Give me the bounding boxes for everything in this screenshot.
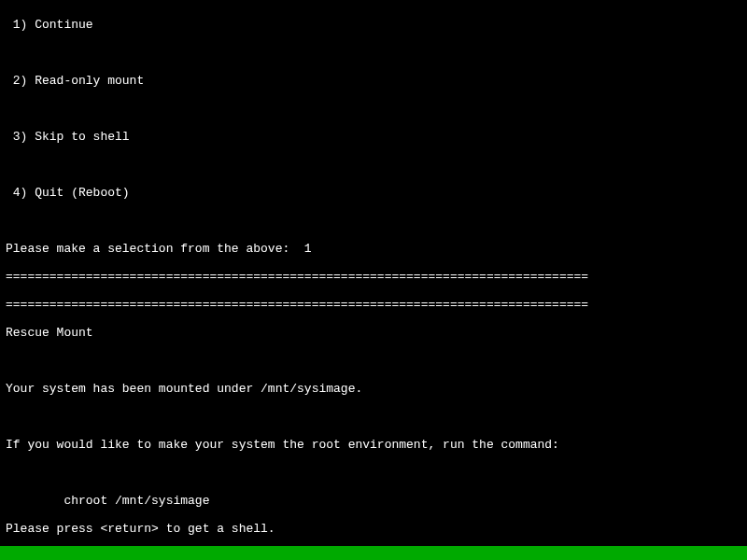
menu-option-shell: 3) Skip to shell (6, 130, 741, 144)
menu-option-readonly: 2) Read-only mount (6, 74, 741, 88)
blank-line (6, 102, 741, 116)
blank-line (6, 410, 741, 424)
mounted-message: Your system has been mounted under /mnt/… (6, 382, 741, 396)
blank-line (6, 46, 741, 60)
separator-line: ========================================… (6, 298, 741, 312)
blank-line (6, 354, 741, 368)
separator-line: ========================================… (6, 270, 741, 284)
rescue-mount-title: Rescue Mount (6, 326, 741, 340)
chroot-command: chroot /mnt/sysimage (6, 494, 741, 508)
blank-line (6, 158, 741, 172)
menu-option-quit: 4) Quit (Reboot) (6, 186, 741, 200)
tmux-status-bar[interactable]: [anaconda] 1:main* 2:shell 3:log 4:stora… (0, 546, 747, 560)
terminal-output[interactable]: 1) Continue 2) Read-only mount 3) Skip t… (0, 0, 747, 560)
blank-line (6, 466, 741, 480)
press-return-msg: Please press <return> to get a shell. (6, 522, 741, 536)
menu-option-continue: 1) Continue (6, 18, 741, 32)
blank-line (6, 214, 741, 228)
root-env-message: If you would like to make your system th… (6, 438, 741, 452)
selection-prompt: Please make a selection from the above: … (6, 242, 741, 256)
